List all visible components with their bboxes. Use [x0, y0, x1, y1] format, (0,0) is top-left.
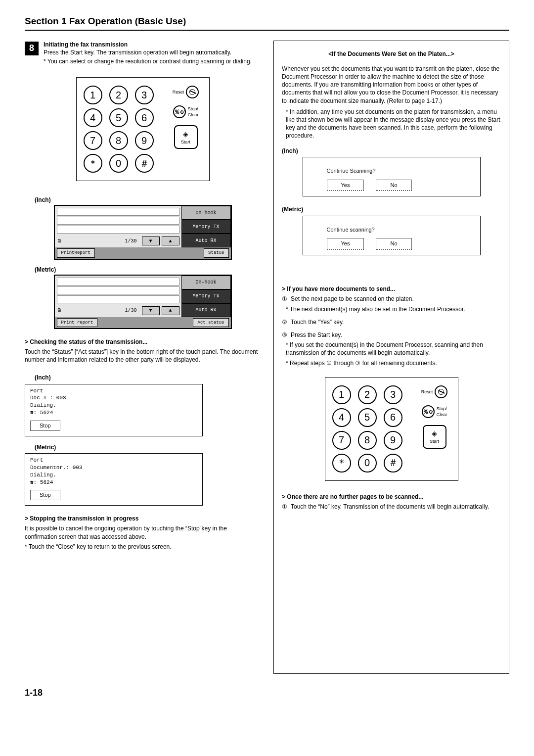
printreport-button[interactable]: Print report	[57, 318, 98, 327]
start-label: Start	[430, 438, 439, 444]
memorytx-button[interactable]: Memory Tx	[181, 289, 231, 303]
reset-icon	[186, 86, 199, 98]
key-0: 0	[109, 154, 128, 173]
platen-p1: Whenever you set the documents that you …	[282, 65, 501, 105]
more-1: Set the next page to be scanned on the p…	[291, 295, 414, 303]
stop-button[interactable]: Stop	[30, 490, 60, 500]
stop-button[interactable]: Stop	[30, 421, 60, 431]
no-button[interactable]: No	[376, 238, 411, 250]
doc-icon: 🗎	[57, 307, 62, 314]
start-label: Start	[181, 139, 190, 145]
stopclear-l2: Clear	[188, 112, 199, 117]
continue-screen-inch: Continue Scanning? Yes No	[303, 157, 481, 197]
left-column: 8 Initiating the fax transmission Press …	[25, 41, 261, 674]
step8-p1: Press the Start key. The transmission op…	[44, 48, 252, 56]
key-5: 5	[358, 408, 377, 427]
key-5: 5	[109, 108, 128, 127]
step-number-8: 8	[25, 42, 39, 55]
doc-icon: 🗎	[57, 238, 62, 245]
portm-l1: Port	[30, 457, 197, 464]
yes-button[interactable]: Yes	[327, 238, 364, 250]
step8-note1: * You can select or change the resolutio…	[44, 57, 252, 65]
key-7: 7	[84, 131, 102, 150]
yes-button[interactable]: Yes	[327, 180, 364, 191]
metric-label: (Metric)	[35, 266, 261, 274]
up-arrow-button[interactable]: ▲	[162, 306, 179, 315]
onhook-button[interactable]: On-hook	[181, 276, 231, 289]
portm-l3: Dialing.	[30, 472, 197, 479]
stopping-body: It is possible to cancel the ongoing ope…	[25, 524, 261, 540]
port-l4: ☎: 5624	[30, 409, 197, 417]
key-star: ＊	[84, 154, 102, 173]
reset-key: Reset	[421, 385, 448, 398]
stopclear-l1: Stop/	[437, 406, 447, 411]
port-inch-label: (Inch)	[35, 374, 261, 381]
down-arrow-button[interactable]: ▼	[142, 236, 160, 245]
page-number: 1-18	[25, 687, 509, 699]
memorytx-button[interactable]: Memory TX	[181, 220, 231, 234]
key-7: 7	[332, 431, 351, 450]
stop-clear-icon: ％c	[422, 405, 435, 418]
portm-l4: ☎: 5624	[30, 479, 197, 486]
status-button[interactable]: Status	[204, 248, 228, 257]
more-3-note2: * Repeat steps ① through ③ for all remai…	[286, 359, 501, 367]
portm-l2: Documentnr.: 003	[30, 464, 197, 472]
key-9: 9	[384, 431, 402, 450]
start-key: ◈ Start	[174, 125, 198, 149]
keypad-illustration: 1 2 3 4 5 6 7 8 9 ＊ 0 ＃ Reset ％c	[76, 77, 210, 181]
inch-label: (Inch)	[35, 196, 261, 204]
reset-key: Reset	[173, 86, 199, 98]
printreport-button[interactable]: PrintReport	[57, 248, 95, 257]
platen-p2: * In addition, any time you set document…	[286, 108, 501, 140]
no-button[interactable]: No	[376, 180, 411, 191]
port-status-metric: Port Documentnr.: 003 Dialing. ☎: 5624 S…	[25, 453, 203, 506]
port-l1: Port	[30, 387, 197, 395]
key-4: 4	[332, 408, 351, 427]
key-8: 8	[109, 131, 128, 150]
touch-screen-inch: 🗎 1/30 ▼ ▲ On-hook Memory TX Auto RX Pri…	[54, 205, 232, 259]
more-3: Press the Start key.	[291, 331, 342, 339]
port-l3: Dialing.	[30, 402, 197, 409]
touch-screen-metric: 🗎 1/30 ▼ ▲ On-hook Memory Tx Auto Rx Pri…	[54, 275, 232, 329]
reset-label: Reset	[173, 89, 184, 95]
port-l2: Doc # : 003	[30, 394, 197, 402]
continue-prompt: Continue scanning?	[327, 226, 471, 234]
cont-metric-label: (Metric)	[282, 205, 501, 213]
section-title: Section 1 Fax Operation (Basic Use)	[25, 15, 509, 31]
key-1: 1	[332, 385, 351, 404]
cont-inch-label: (Inch)	[282, 147, 501, 155]
reset-icon	[435, 385, 447, 398]
reset-label: Reset	[421, 389, 433, 395]
onhook-button[interactable]: On-hook	[181, 206, 231, 220]
num-1-icon: ①	[282, 503, 291, 511]
key-9: 9	[135, 131, 154, 150]
stopping-heading: > Stopping the transmission in progress	[25, 515, 261, 522]
up-arrow-button[interactable]: ▲	[162, 236, 179, 245]
key-4: 4	[84, 108, 102, 127]
checking-heading: > Checking the status of the transmissio…	[25, 338, 261, 346]
key-star: ＊	[332, 454, 351, 472]
continue-screen-metric: Continue scanning? Yes No	[303, 216, 481, 256]
pager: 1/30	[64, 238, 140, 245]
key-8: 8	[358, 431, 377, 450]
pager: 1/30	[64, 307, 140, 314]
autorx-button[interactable]: Auto RX	[181, 234, 231, 247]
stopclear-l2: Clear	[437, 412, 447, 417]
key-2: 2	[109, 86, 128, 104]
once-heading: > Once there are no further pages to be …	[282, 493, 501, 501]
autorx-button[interactable]: Auto Rx	[181, 303, 231, 317]
more-docs-heading: > If you have more documents to send...	[282, 285, 501, 293]
stop-clear-icon: ％c	[173, 105, 186, 118]
key-hash: ＃	[135, 154, 154, 173]
stopping-note: * Touch the “Close” key to return to the…	[25, 543, 261, 551]
key-3: 3	[384, 385, 402, 404]
num-1-icon: ①	[282, 295, 291, 303]
keypad-illustration-2: 1 2 3 4 5 6 7 8 9 ＊ 0 ＃ Reset	[325, 377, 458, 481]
stop-clear-key: ％c Stop/Clear	[173, 105, 199, 118]
stopclear-l1: Stop/	[188, 106, 198, 111]
actstatus-button[interactable]: Act.status	[193, 318, 228, 327]
more-1-note: * The next document(s) may also be set i…	[286, 305, 501, 313]
once-1: Touch the “No” key. Transmission of the …	[291, 503, 489, 511]
down-arrow-button[interactable]: ▼	[142, 306, 160, 315]
stop-clear-key: ％c Stop/Clear	[422, 405, 447, 418]
